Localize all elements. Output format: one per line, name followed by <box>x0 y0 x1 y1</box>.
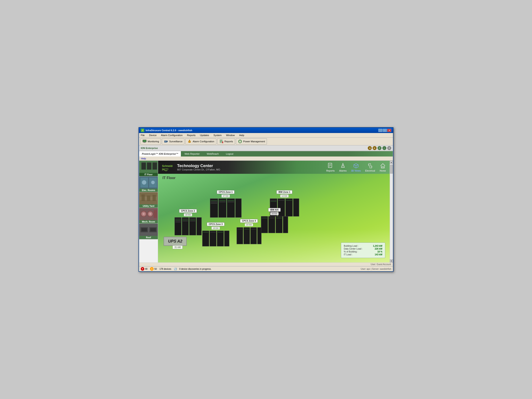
sidebar-item-utilityyard[interactable]: Utility Yard <box>139 192 158 208</box>
webreach-button[interactable]: WebReach <box>203 151 222 157</box>
logout-button[interactable]: Logout <box>222 151 237 157</box>
svg-rect-69 <box>219 199 226 217</box>
cpcs3-kw: 18 kW <box>211 227 220 230</box>
nav-forward-icon[interactable]: ► <box>373 146 377 150</box>
menu-file[interactable]: File <box>140 133 146 137</box>
home-nav-item[interactable]: Home <box>380 163 386 172</box>
facility-name: Technology Center <box>177 164 322 168</box>
reports-toolbar-button[interactable]: Reports <box>217 138 235 145</box>
ups-a2[interactable]: UPS A2 <box>164 237 187 246</box>
power-mgmt-label: Power Management <box>243 140 265 143</box>
svg-rect-64 <box>183 221 188 222</box>
menu-reports[interactable]: Reports <box>186 133 197 137</box>
svg-rect-105 <box>262 218 267 218</box>
reports-nav-item[interactable]: Reports <box>326 163 335 172</box>
scroll-up-button[interactable]: ▲ <box>390 161 393 164</box>
floor-title: IT Floor <box>163 176 176 180</box>
nav-refresh-icon[interactable]: ↺ <box>378 146 381 150</box>
alarm-config-button[interactable]: ! Alarm Configuration <box>185 138 216 145</box>
error-count: 48 <box>145 268 147 270</box>
rack-cpcs-zone4[interactable]: CPCS Zone 4 20 kW <box>236 218 262 246</box>
nav-back-icon[interactable]: ◄ <box>368 146 372 150</box>
error-icon: ✕ <box>141 267 144 271</box>
monitoring-button[interactable]: Monitoring <box>140 138 161 145</box>
svg-point-5 <box>165 141 166 142</box>
warning-icon: ⚠ <box>150 267 154 271</box>
svg-point-34 <box>143 213 145 215</box>
alarm-config-label: Alarm Configuration <box>193 140 214 143</box>
nav-home-icon[interactable]: ⌂ <box>382 146 386 150</box>
svg-rect-71 <box>235 199 241 217</box>
sidebar-item-itfloor[interactable]: IT Floor <box>139 161 158 177</box>
camera-icon <box>164 139 168 144</box>
se-title-area: Technology Center 807 Corporate Centre D… <box>177 164 322 171</box>
svg-text:Schneider: Schneider <box>162 165 173 168</box>
warning-badge: ⚠ 50 <box>150 267 157 271</box>
surveillance-button[interactable]: Surveillance <box>162 138 184 145</box>
user-server-label: User: apc | Server: swedishfish <box>361 268 391 270</box>
menu-help[interactable]: Help <box>238 133 245 137</box>
menu-alarm-config[interactable]: Alarm Configuration <box>160 133 183 137</box>
power-icon <box>238 139 242 144</box>
reports-toolbar-label: Reports <box>225 140 233 143</box>
alarms-nav-item[interactable]: Alarms <box>339 163 347 172</box>
svg-rect-72 <box>211 200 217 201</box>
pct-building-value: 18 % <box>377 250 382 253</box>
sidebar-item-mechroom[interactable]: Mech. Room <box>139 208 158 224</box>
rack-cpcs-zone2[interactable]: CPCS Zone 2 18 kW <box>174 208 202 237</box>
svg-rect-40 <box>141 228 147 231</box>
rack-cpcs-zone3[interactable]: CPCS Zone 3 18 kW <box>201 222 230 248</box>
sidebar-item-elecrooms[interactable]: Elec. Rooms <box>139 177 158 192</box>
web-reporter-button[interactable]: Web Reporter <box>181 151 203 157</box>
svg-rect-62 <box>183 219 188 219</box>
nav-settings-icon[interactable]: ⚙ <box>387 146 391 150</box>
menu-updates[interactable]: Updates <box>199 133 210 137</box>
ibm1-label: IBM Zone 1 <box>276 190 292 194</box>
power-mgmt-button[interactable]: Power Management <box>236 138 267 145</box>
scroll-down-button[interactable]: ▼ <box>390 259 393 262</box>
reports-nav-label: Reports <box>326 170 335 172</box>
electrical-nav-item[interactable]: Electrical <box>365 163 375 172</box>
rack-ibm-aix[interactable]: IBM AIX 26 kW <box>260 207 289 235</box>
svg-rect-77 <box>228 200 234 201</box>
inner-user-bar: User: Guest Account <box>139 262 393 266</box>
svg-rect-85 <box>218 232 223 233</box>
it-load-label: IT Load : <box>344 253 352 256</box>
svg-rect-66 <box>190 220 195 220</box>
minimize-button[interactable]: _ <box>378 129 382 132</box>
svg-rect-90 <box>237 229 242 229</box>
svg-rect-61 <box>175 222 181 222</box>
facility-address: 807 Corporate Centre Dr., O'Fallon, MO <box>177 168 322 171</box>
svg-rect-70 <box>227 199 235 217</box>
pct-building-label: % of Building : <box>344 250 358 253</box>
address-text: ION Enterprise <box>141 147 158 149</box>
svg-rect-57 <box>197 217 202 235</box>
3dviews-nav-item[interactable]: 3D Views <box>351 163 361 172</box>
sidebar-item-roof[interactable]: Roof <box>139 224 158 239</box>
scroll-thumb[interactable] <box>390 165 393 174</box>
svg-rect-58 <box>175 219 181 219</box>
restore-button[interactable]: □ <box>383 129 387 132</box>
svg-rect-83 <box>203 232 208 233</box>
warning-count: 50 <box>154 268 157 270</box>
rack-cpcs-zone1[interactable]: CPCS Zone 1 47 kW <box>209 189 242 220</box>
help-bar: Help <box>139 157 393 161</box>
close-button[interactable]: ✕ <box>387 129 391 132</box>
menu-window[interactable]: Window <box>225 133 236 137</box>
help-label[interactable]: Help <box>141 157 146 160</box>
svg-rect-84 <box>210 232 216 233</box>
svg-rect-107 <box>276 218 282 218</box>
svg-rect-79 <box>202 231 209 246</box>
sidebar-thumb-roof <box>139 224 158 236</box>
menu-system[interactable]: System <box>213 133 222 137</box>
3dviews-nav-label: 3D Views <box>351 170 361 172</box>
electrical-nav-label: Electrical <box>365 170 375 172</box>
main-visualization: Schneider Electric Technology Center 807… <box>158 161 390 262</box>
device-count: 178 devices <box>159 268 171 270</box>
svg-rect-15 <box>141 163 146 170</box>
menu-device[interactable]: Device <box>148 133 158 137</box>
dc-load-value: 226 kW <box>375 248 382 250</box>
sidebar-thumb-itfloor <box>139 161 158 173</box>
svg-rect-74 <box>211 203 217 204</box>
svg-rect-19 <box>147 163 151 163</box>
